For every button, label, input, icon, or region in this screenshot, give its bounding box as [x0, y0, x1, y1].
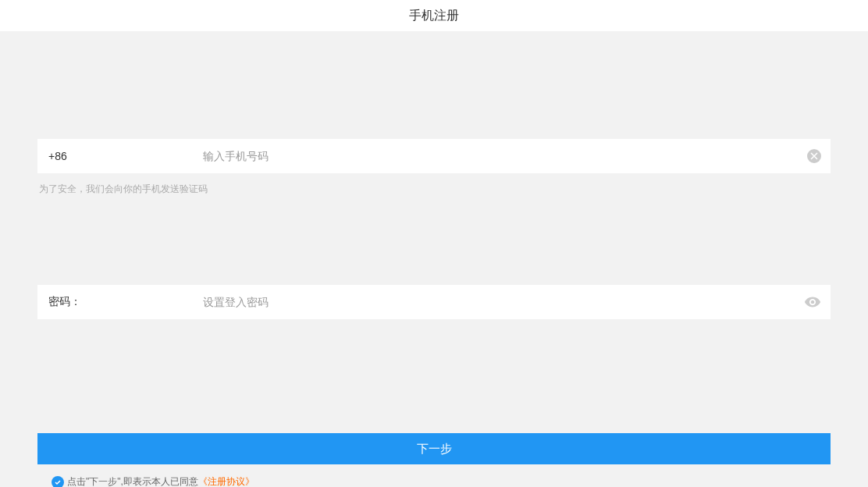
phone-hint: 为了安全，我们会向你的手机发送验证码	[37, 183, 831, 196]
clear-icon[interactable]	[807, 149, 821, 163]
country-code-label[interactable]: +86	[47, 150, 203, 162]
eye-icon[interactable]	[804, 293, 821, 311]
page-header: 手机注册	[0, 0, 868, 31]
content-area: +86 为了安全，我们会向你的手机发送验证码 密码： 下一步 点击"下一步",即…	[0, 139, 868, 487]
check-icon[interactable]	[52, 476, 64, 488]
phone-input[interactable]	[203, 139, 807, 173]
next-button[interactable]: 下一步	[37, 433, 831, 464]
phone-input-group: +86	[37, 139, 831, 173]
page-title: 手机注册	[409, 8, 459, 24]
agreement-text: 点击"下一步",即表示本人已同意	[67, 475, 198, 487]
agreement-row: 点击"下一步",即表示本人已同意 《注册协议》	[37, 475, 831, 487]
next-button-label: 下一步	[417, 442, 452, 457]
password-label: 密码：	[47, 295, 203, 309]
agreement-link[interactable]: 《注册协议》	[198, 475, 254, 487]
password-input[interactable]	[203, 285, 804, 319]
password-input-group: 密码：	[37, 285, 831, 319]
